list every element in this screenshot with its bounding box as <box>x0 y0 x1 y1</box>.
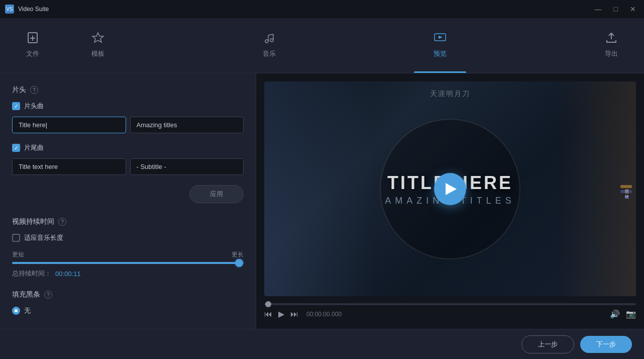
apply-btn-row: 应用 <box>12 185 244 203</box>
controls-left: ⏮ ▶ ⏭ 00:00:00.000 <box>264 309 342 319</box>
outro-input-row <box>12 158 244 175</box>
intro-section-title: 片头 <box>12 85 26 95</box>
shorter-label: 更短 <box>12 250 24 259</box>
nav-item-template[interactable]: 模板 <box>65 18 131 73</box>
left-panel: 片头 ? ✓ 片头曲 ✓ 片尾曲 <box>0 73 256 329</box>
sidebar-badge-1: 明星 <box>620 185 632 188</box>
fill-none-label: 无 <box>24 306 31 315</box>
duration-section: 视频持续时间 ? 适应音乐长度 更短 更长 <box>12 217 244 278</box>
progress-bar[interactable] <box>264 303 636 305</box>
svg-marker-10 <box>439 36 443 39</box>
outro-checkbox-label: 片尾曲 <box>24 143 44 152</box>
video-container: 明星 特效 天涯明月刀 TITLE HERE AMAZING TITLES 安下… <box>264 81 636 296</box>
preview-nav-icon <box>434 31 447 46</box>
intro-subtitle-input[interactable] <box>130 117 244 133</box>
outro-subtitle-input[interactable] <box>130 158 244 175</box>
nav-label-music: 音乐 <box>263 49 276 58</box>
video-controls: ⏮ ▶ ⏭ 00:00:00.000 🔊 📷 <box>264 301 636 321</box>
intro-help-icon[interactable]: ? <box>30 86 38 94</box>
fill-title: 填充黑条 <box>12 290 40 299</box>
next-frame-button[interactable]: ⏭ <box>290 310 298 319</box>
svg-marker-3 <box>92 33 103 42</box>
app-title: Video Suite <box>18 6 49 13</box>
nav-item-music[interactable]: 音乐 <box>237 18 302 73</box>
adapt-checkbox-row: 适应音乐长度 <box>12 233 244 242</box>
app-icon: VS <box>5 5 14 14</box>
nav-label-file: 文件 <box>26 49 39 58</box>
duration-slider[interactable] <box>12 262 244 264</box>
titlebar-left: VS Video Suite <box>5 5 49 14</box>
intro-checkbox[interactable]: ✓ <box>12 102 20 110</box>
duration-title: 视频持续时间 <box>12 217 54 226</box>
nav-item-file[interactable]: 文件 <box>0 18 65 73</box>
maximize-button[interactable]: □ <box>611 4 621 14</box>
bottom-bar: 上一步 下一步 <box>0 329 644 359</box>
time-display: 00:00:00.000 <box>306 311 342 318</box>
controls-right: 🔊 📷 <box>610 309 636 319</box>
longer-label: 更长 <box>232 250 244 259</box>
outro-checkbox-row: ✓ 片尾曲 <box>12 143 244 152</box>
outro-title-input[interactable] <box>12 158 126 175</box>
outro-checkbox[interactable]: ✓ <box>12 144 20 152</box>
right-sidebar: 明星 特效 <box>620 185 632 193</box>
template-nav-icon <box>91 31 104 46</box>
content-area: 片头 ? ✓ 片头曲 ✓ 片尾曲 <box>0 73 644 329</box>
minimize-button[interactable]: — <box>592 4 605 14</box>
file-nav-icon <box>26 31 39 46</box>
fill-help-icon[interactable]: ? <box>44 291 52 299</box>
intro-checkbox-label: 片头曲 <box>24 102 44 111</box>
nav-item-export[interactable]: 导出 <box>579 18 644 73</box>
prev-frame-button[interactable]: ⏮ <box>264 310 272 319</box>
duration-help-icon[interactable]: ? <box>58 218 66 226</box>
nav-item-preview[interactable]: 预览 <box>407 18 473 73</box>
music-nav-icon <box>263 31 276 46</box>
titlebar-controls: — □ ✕ <box>592 4 639 14</box>
svg-point-4 <box>265 40 268 43</box>
close-button[interactable]: ✕ <box>627 4 639 14</box>
nav-label-template: 模板 <box>91 49 104 58</box>
cn-title-overlay: 天涯明月刀 <box>430 89 470 99</box>
slider-labels: 更短 更长 <box>12 250 244 259</box>
duration-section-header: 视频持续时间 ? <box>12 217 244 226</box>
fill-section-header: 填充黑条 ? <box>12 290 244 299</box>
total-label: 总持续时间： <box>12 269 51 278</box>
export-nav-icon <box>605 31 618 46</box>
cn-title: 天涯明月刀 <box>430 89 470 98</box>
char-left <box>264 81 375 296</box>
right-panel: 明星 特效 天涯明月刀 TITLE HERE AMAZING TITLES 安下… <box>256 73 644 329</box>
slider-row: 更短 更长 <box>12 250 244 264</box>
next-step-button[interactable]: 下一步 <box>580 336 632 353</box>
intro-checkbox-check: ✓ <box>14 104 19 109</box>
intro-section-header: 片头 ? <box>12 85 244 95</box>
volume-icon[interactable]: 🔊 <box>610 309 620 319</box>
adapt-checkbox[interactable] <box>12 234 20 242</box>
fill-none-radio[interactable] <box>12 307 20 315</box>
outro-checkbox-check: ✓ <box>14 145 19 151</box>
top-nav: 文件 模板 音乐 <box>0 18 644 73</box>
nav-label-export: 导出 <box>605 49 618 58</box>
nav-label-preview: 预览 <box>434 49 447 58</box>
intro-checkbox-row: ✓ 片头曲 <box>12 102 244 111</box>
fill-radio-row: 无 <box>12 306 244 315</box>
controls-row: ⏮ ▶ ⏭ 00:00:00.000 🔊 📷 <box>264 309 636 319</box>
titlebar: VS Video Suite — □ ✕ <box>0 0 644 18</box>
svg-point-5 <box>270 39 273 42</box>
sidebar-badge-2: 特效 <box>620 190 632 193</box>
prev-step-button[interactable]: 上一步 <box>521 335 574 353</box>
svg-line-8 <box>268 34 273 35</box>
screenshot-icon[interactable]: 📷 <box>626 309 636 319</box>
intro-title-input[interactable] <box>12 117 126 133</box>
slider-thumb[interactable] <box>235 259 243 267</box>
main-container: 文件 模板 音乐 <box>0 18 644 359</box>
fill-section: 填充黑条 ? 无 <box>12 290 244 315</box>
intro-input-row <box>12 117 244 133</box>
play-icon <box>446 183 457 195</box>
slider-fill <box>12 262 239 264</box>
play-pause-button[interactable]: ▶ <box>278 309 284 319</box>
total-duration-row: 总持续时间： 00:00:11 <box>12 269 244 278</box>
apply-button[interactable]: 应用 <box>189 185 244 203</box>
progress-dot <box>265 301 271 307</box>
total-value: 00:00:11 <box>55 270 81 278</box>
adapt-label: 适应音乐长度 <box>24 233 63 242</box>
play-button[interactable] <box>434 173 466 205</box>
